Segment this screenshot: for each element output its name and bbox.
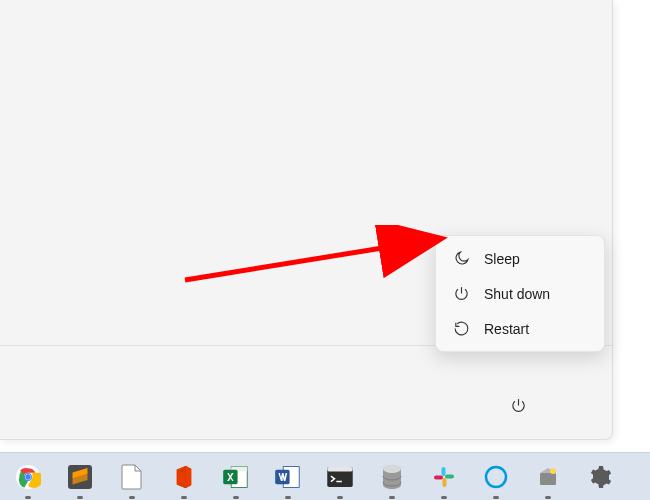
- svg-rect-18: [434, 475, 443, 479]
- taskbar-chrome[interactable]: [8, 457, 48, 497]
- active-indicator: [129, 496, 135, 499]
- active-indicator: [233, 496, 239, 499]
- cortana-icon: [484, 465, 508, 489]
- excel-icon: [223, 465, 249, 489]
- active-indicator: [285, 496, 291, 499]
- taskbar-terminal[interactable]: [320, 457, 360, 497]
- document-icon: [121, 464, 143, 490]
- power-menu: Sleep Shut down Restart: [435, 235, 605, 352]
- svg-point-4: [25, 474, 30, 479]
- power-menu-label: Sleep: [484, 251, 520, 267]
- database-icon: [381, 464, 403, 490]
- svg-rect-16: [445, 474, 454, 478]
- power-button[interactable]: [500, 387, 536, 423]
- svg-point-21: [550, 468, 556, 474]
- word-icon: [275, 465, 301, 489]
- taskbar-office[interactable]: [164, 457, 204, 497]
- svg-rect-20: [540, 473, 556, 485]
- power-icon: [453, 285, 470, 302]
- power-menu-sleep[interactable]: Sleep: [441, 241, 599, 276]
- svg-point-19: [486, 467, 506, 487]
- active-indicator: [389, 496, 395, 499]
- svg-rect-12: [327, 467, 352, 472]
- active-indicator: [337, 496, 343, 499]
- active-indicator: [25, 496, 31, 499]
- gear-icon: [588, 465, 612, 489]
- taskbar: [0, 452, 650, 500]
- taskbar-slack[interactable]: [424, 457, 464, 497]
- svg-rect-17: [443, 478, 447, 487]
- active-indicator: [181, 496, 187, 499]
- power-menu-restart[interactable]: Restart: [441, 311, 599, 346]
- active-indicator: [77, 496, 83, 499]
- power-menu-label: Shut down: [484, 286, 550, 302]
- slack-icon: [432, 465, 456, 489]
- taskbar-cortana[interactable]: [476, 457, 516, 497]
- sublime-icon: [68, 465, 92, 489]
- wizard-icon: [536, 465, 560, 489]
- moon-icon: [453, 250, 470, 267]
- taskbar-notepad[interactable]: [112, 457, 152, 497]
- active-indicator: [441, 496, 447, 499]
- start-panel: [0, 0, 613, 440]
- terminal-icon: [327, 467, 353, 487]
- taskbar-wizard[interactable]: [528, 457, 568, 497]
- chrome-icon: [15, 464, 41, 490]
- power-menu-label: Restart: [484, 321, 529, 337]
- office-icon: [172, 464, 196, 490]
- active-indicator: [493, 496, 499, 499]
- restart-icon: [453, 320, 470, 337]
- taskbar-sublime[interactable]: [60, 457, 100, 497]
- desktop-background: [620, 0, 650, 450]
- svg-rect-15: [442, 467, 446, 476]
- taskbar-excel[interactable]: [216, 457, 256, 497]
- power-menu-shutdown[interactable]: Shut down: [441, 276, 599, 311]
- power-icon: [510, 397, 527, 414]
- taskbar-word[interactable]: [268, 457, 308, 497]
- taskbar-settings[interactable]: [580, 457, 620, 497]
- taskbar-database[interactable]: [372, 457, 412, 497]
- svg-point-14: [383, 465, 401, 473]
- active-indicator: [545, 496, 551, 499]
